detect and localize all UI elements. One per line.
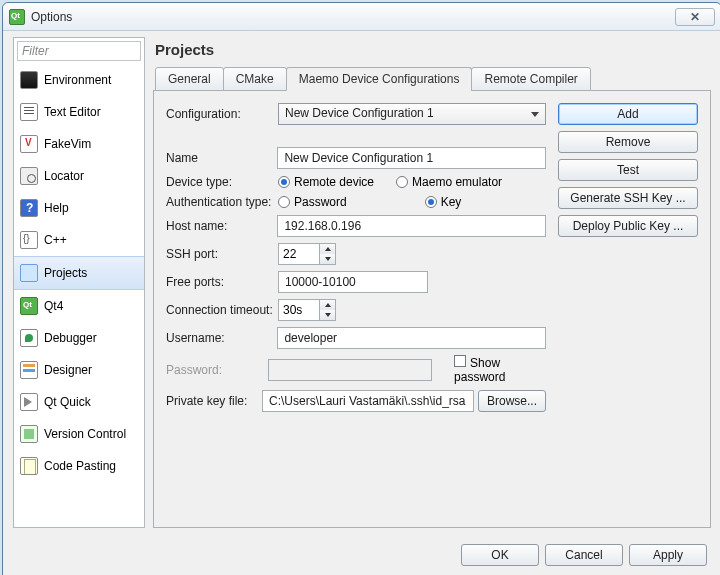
free-ports-input[interactable] [278, 271, 428, 293]
auth-key-radio[interactable]: Key [425, 195, 462, 209]
sidebar-item-label: Environment [44, 73, 111, 87]
radio-icon [278, 196, 290, 208]
tab-remote-compiler[interactable]: Remote Compiler [471, 67, 590, 91]
ok-button[interactable]: OK [461, 544, 539, 566]
ssh-port-label: SSH port: [166, 247, 278, 261]
projects-icon [20, 264, 38, 282]
sidebar-item-label: FakeVim [44, 137, 91, 151]
add-button[interactable]: Add [558, 103, 698, 125]
spin-down-icon[interactable] [320, 254, 335, 264]
sidebar-item-designer[interactable]: Designer [14, 354, 144, 386]
sidebar-item-label: Qt Quick [44, 395, 91, 409]
sidebar-item-text-editor[interactable]: Text Editor [14, 96, 144, 128]
sidebar-item-version-control[interactable]: Version Control [14, 418, 144, 450]
apply-button[interactable]: Apply [629, 544, 707, 566]
window-title: Options [31, 10, 675, 24]
dialog-footer: OK Cancel Apply [3, 536, 720, 575]
name-label: Name [166, 151, 277, 165]
category-sidebar: Filter EnvironmentText EditorFakeVimLoca… [13, 37, 145, 528]
sidebar-item-debugger[interactable]: Debugger [14, 322, 144, 354]
environment-icon [20, 71, 38, 89]
code-pasting-icon [20, 457, 38, 475]
spin-down-icon[interactable] [320, 310, 335, 320]
host-name-label: Host name: [166, 219, 277, 233]
page-title: Projects [153, 37, 711, 66]
close-button[interactable]: ✕ [675, 8, 715, 26]
sidebar-filter-input[interactable]: Filter [17, 41, 141, 61]
tab-bar: GeneralCMakeMaemo Device ConfigurationsR… [153, 66, 711, 91]
sidebar-item-locator[interactable]: Locator [14, 160, 144, 192]
checkbox-icon [454, 355, 466, 367]
debugger-icon [20, 329, 38, 347]
radio-icon [396, 176, 408, 188]
remove-button[interactable]: Remove [558, 131, 698, 153]
show-password-checkbox[interactable]: Show password [454, 355, 546, 384]
timeout-label: Connection timeout: [166, 303, 278, 317]
timeout-spinner[interactable] [278, 299, 336, 321]
sidebar-item-label: Code Pasting [44, 459, 116, 473]
qt-quick-icon [20, 393, 38, 411]
tab-maemo-device-configurations[interactable]: Maemo Device Configurations [286, 67, 473, 91]
sidebar-item-code-pasting[interactable]: Code Pasting [14, 450, 144, 482]
password-label: Password: [166, 363, 268, 377]
sidebar-item-label: Qt4 [44, 299, 63, 313]
sidebar-item-label: Text Editor [44, 105, 101, 119]
generate-ssh-key-button[interactable]: Generate SSH Key ... [558, 187, 698, 209]
auth-type-label: Authentication type: [166, 195, 278, 209]
tab-general[interactable]: General [155, 67, 224, 91]
private-key-input[interactable] [262, 390, 474, 412]
sidebar-item-label: Debugger [44, 331, 97, 345]
device-type-remote-radio[interactable]: Remote device [278, 175, 374, 189]
sidebar-item-label: Designer [44, 363, 92, 377]
free-ports-label: Free ports: [166, 275, 278, 289]
test-button[interactable]: Test [558, 159, 698, 181]
username-input[interactable] [277, 327, 546, 349]
sidebar-item-label: Version Control [44, 427, 126, 441]
options-dialog: Options ✕ Filter EnvironmentText EditorF… [2, 2, 720, 575]
ssh-port-input[interactable] [278, 243, 320, 265]
version-control-icon [20, 425, 38, 443]
configuration-label: Configuration: [166, 107, 278, 121]
name-input[interactable] [277, 147, 546, 169]
spin-up-icon[interactable] [320, 244, 335, 254]
sidebar-item-label: Help [44, 201, 69, 215]
auth-password-radio[interactable]: Password [278, 195, 347, 209]
sidebar-item-environment[interactable]: Environment [14, 64, 144, 96]
sidebar-item-help[interactable]: Help [14, 192, 144, 224]
browse-button[interactable]: Browse... [478, 390, 546, 412]
host-name-input[interactable] [277, 215, 546, 237]
sidebar-item-qt-quick[interactable]: Qt Quick [14, 386, 144, 418]
designer-icon [20, 361, 38, 379]
device-type-emulator-radio[interactable]: Maemo emulator [396, 175, 502, 189]
locator-icon [20, 167, 38, 185]
titlebar: Options ✕ [3, 3, 720, 31]
username-label: Username: [166, 331, 277, 345]
help-icon [20, 199, 38, 217]
text-editor-icon [20, 103, 38, 121]
timeout-input[interactable] [278, 299, 320, 321]
radio-icon [425, 196, 437, 208]
sidebar-item-label: C++ [44, 233, 67, 247]
configuration-combo[interactable]: New Device Configuration 1 [278, 103, 546, 125]
private-key-label: Private key file: [166, 394, 262, 408]
password-input [268, 359, 432, 381]
cancel-button[interactable]: Cancel [545, 544, 623, 566]
tab-panel: Configuration: New Device Configuration … [153, 91, 711, 528]
device-type-label: Device type: [166, 175, 278, 189]
fakevim-icon [20, 135, 38, 153]
sidebar-item-projects[interactable]: Projects [14, 256, 144, 290]
sidebar-item-fakevim[interactable]: FakeVim [14, 128, 144, 160]
c--icon [20, 231, 38, 249]
app-icon [9, 9, 25, 25]
close-icon: ✕ [690, 10, 700, 24]
sidebar-item-qt4[interactable]: Qt4 [14, 290, 144, 322]
radio-icon [278, 176, 290, 188]
deploy-public-key-button[interactable]: Deploy Public Key ... [558, 215, 698, 237]
qt4-icon [20, 297, 38, 315]
sidebar-item-c-[interactable]: C++ [14, 224, 144, 256]
sidebar-item-label: Projects [44, 266, 87, 280]
sidebar-item-label: Locator [44, 169, 84, 183]
spin-up-icon[interactable] [320, 300, 335, 310]
ssh-port-spinner[interactable] [278, 243, 336, 265]
tab-cmake[interactable]: CMake [223, 67, 287, 91]
